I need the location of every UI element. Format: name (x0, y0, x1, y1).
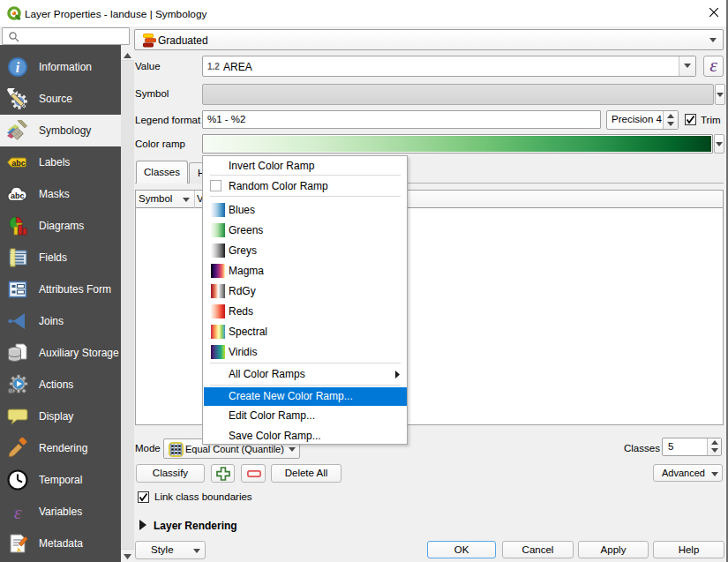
svg-text:ε: ε (14, 501, 22, 522)
svg-text:abc: abc (11, 191, 25, 200)
svg-text:abc: abc (11, 159, 26, 168)
svg-text:i: i (16, 60, 20, 75)
